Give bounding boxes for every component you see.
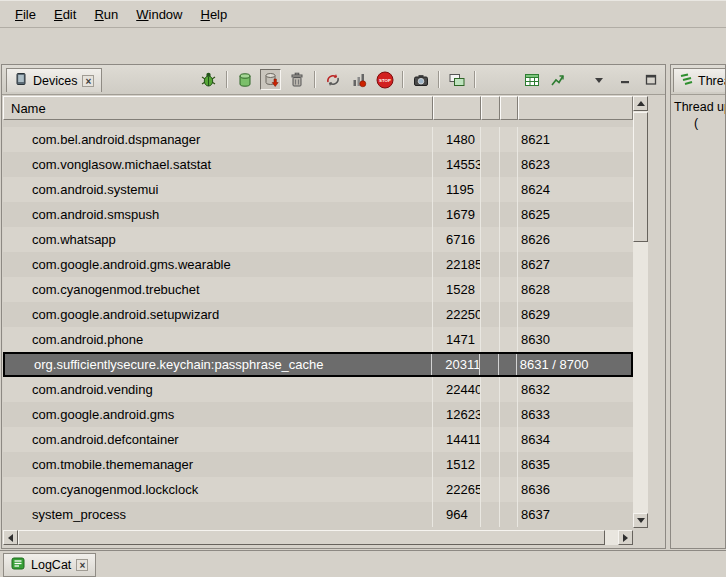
stop-process-icon[interactable]: STOP xyxy=(374,69,395,90)
table-row[interactable]: system_process 964 8637 xyxy=(3,502,633,527)
scroll-right-button[interactable] xyxy=(618,530,633,545)
table-row[interactable]: org.sufficientlysecure.keychain:passphra… xyxy=(3,352,633,377)
scroll-up-button[interactable] xyxy=(633,96,648,111)
close-logcat-tab-icon[interactable]: × xyxy=(76,559,88,571)
device-cell-4 xyxy=(500,227,518,252)
device-name-cell: org.sufficientlysecure.keychain:passphra… xyxy=(5,354,432,375)
device-pid-cell: 22265 xyxy=(433,477,481,502)
device-cell-4 xyxy=(500,477,518,502)
device-name-cell: com.whatsapp xyxy=(3,227,433,252)
minimize-icon[interactable] xyxy=(614,69,635,90)
device-pid-cell: 12623 xyxy=(433,402,481,427)
device-pid-cell: 20311 xyxy=(432,354,480,375)
table-row[interactable]: com.cyanogenmod.lockclock 22265 8636 xyxy=(3,477,633,502)
toolbar-separator xyxy=(474,71,475,88)
arrow-up-icon xyxy=(637,101,645,106)
column-header-4[interactable] xyxy=(500,96,518,120)
device-pid-cell: 1512 xyxy=(433,452,481,477)
device-pid-cell: 964 xyxy=(433,502,481,527)
device-pid-cell: 22440 xyxy=(433,377,481,402)
menu-window[interactable]: Window xyxy=(127,4,191,25)
table-header: Name xyxy=(3,96,633,120)
device-port-cell: 8636 xyxy=(518,477,633,502)
device-cell-3 xyxy=(481,402,500,427)
device-name-cell: com.android.systemui xyxy=(3,177,433,202)
table-row[interactable]: com.google.android.setupwizard 22250 862… xyxy=(3,302,633,327)
device-cell-3 xyxy=(481,152,500,177)
menu-help[interactable]: Help xyxy=(191,4,236,25)
threads-message: Thread up ( xyxy=(671,95,725,131)
table-row[interactable]: com.google.android.gms 12623 8633 xyxy=(3,402,633,427)
device-port-cell: 8632 xyxy=(518,377,633,402)
method-profiling-icon[interactable] xyxy=(348,69,369,90)
dump-hprof-icon[interactable] xyxy=(260,69,281,90)
toolbar-separator xyxy=(226,71,227,88)
column-header-3[interactable] xyxy=(481,96,500,120)
table-row[interactable]: com.android.smspush 1679 8625 xyxy=(3,202,633,227)
device-name-cell: com.cyanogenmod.lockclock xyxy=(3,477,433,502)
menu-run[interactable]: Run xyxy=(85,4,127,25)
device-cell-4 xyxy=(499,354,517,375)
device-cell-3 xyxy=(481,502,500,527)
device-pid-cell: 1195 xyxy=(433,177,481,202)
devices-view-header: Devices × xyxy=(2,65,665,95)
menu-bar: File Edit Run Window Help xyxy=(0,1,726,28)
scroll-left-button[interactable] xyxy=(3,530,18,545)
table-row[interactable]: com.android.vending 22440 8632 xyxy=(3,377,633,402)
maximize-icon[interactable] xyxy=(640,69,661,90)
table-row[interactable]: com.bel.android.dspmanager 1480 8621 xyxy=(3,127,633,152)
devices-table-icon[interactable] xyxy=(521,69,542,90)
device-cell-4 xyxy=(500,402,518,427)
ui-screens-icon[interactable] xyxy=(446,69,467,90)
table-row[interactable]: com.android.systemui 1195 8624 xyxy=(3,177,633,202)
device-cell-4 xyxy=(500,177,518,202)
update-threads-icon[interactable] xyxy=(322,69,343,90)
device-cell-4 xyxy=(500,302,518,327)
horizontal-scroll-thumb[interactable] xyxy=(18,530,605,545)
tab-devices[interactable]: Devices × xyxy=(6,68,102,92)
vertical-scrollbar[interactable] xyxy=(633,96,648,528)
menu-edit[interactable]: Edit xyxy=(45,4,85,25)
screen-capture-icon[interactable] xyxy=(410,69,431,90)
device-pid-cell: 1471 xyxy=(433,327,481,352)
device-name-cell: system_process xyxy=(3,502,433,527)
table-row[interactable]: com.cyanogenmod.trebuchet 1528 8628 xyxy=(3,277,633,302)
close-devices-tab-icon[interactable]: × xyxy=(82,75,94,87)
device-pid-cell: 1480 xyxy=(433,127,481,152)
table-row[interactable]: com.android.phone 1471 8630 xyxy=(3,327,633,352)
device-port-cell: 8637 xyxy=(518,502,633,527)
column-header-pid[interactable] xyxy=(433,96,481,120)
scroll-down-button[interactable] xyxy=(633,513,648,528)
tab-threads[interactable]: Threads xyxy=(673,68,726,92)
arrow-left-icon xyxy=(8,534,13,542)
column-header-name[interactable]: Name xyxy=(3,96,433,120)
table-row[interactable]: com.whatsapp 6716 8626 xyxy=(3,227,633,252)
device-name-cell: com.android.defcontainer xyxy=(3,427,433,452)
device-cell-3 xyxy=(481,477,500,502)
device-cell-3 xyxy=(481,227,500,252)
hierarchy-arrow-icon[interactable] xyxy=(547,69,568,90)
cause-gc-icon[interactable] xyxy=(286,69,307,90)
table-row[interactable]: com.tmobile.thememanager 1512 8635 xyxy=(3,452,633,477)
table-row[interactable]: com.android.defcontainer 14411 8634 xyxy=(3,427,633,452)
vertical-scroll-thumb[interactable] xyxy=(633,112,648,242)
device-cell-4 xyxy=(500,252,518,277)
threads-view: Threads Thread up ( xyxy=(670,64,726,549)
debug-process-icon[interactable] xyxy=(198,69,219,90)
device-port-cell: 8634 xyxy=(518,427,633,452)
table-row[interactable]: com.google.android.gms.wearable 22185 86… xyxy=(3,252,633,277)
horizontal-scrollbar[interactable] xyxy=(3,530,633,545)
toolbar-separator xyxy=(314,71,315,88)
device-port-cell: 8627 xyxy=(518,252,633,277)
toolbar-separator xyxy=(402,71,403,88)
device-cell-3 xyxy=(481,277,500,302)
menu-file[interactable]: File xyxy=(6,4,45,25)
update-heap-icon[interactable] xyxy=(234,69,255,90)
column-header-port[interactable] xyxy=(518,96,633,120)
device-cell-4 xyxy=(500,127,518,152)
table-row[interactable]: com.vonglasow.michael.satstat 14553 8623 xyxy=(3,152,633,177)
device-cell-4 xyxy=(500,277,518,302)
tab-logcat[interactable]: LogCat × xyxy=(3,553,96,577)
view-menu-icon[interactable] xyxy=(588,69,609,90)
device-name-cell: com.android.smspush xyxy=(3,202,433,227)
